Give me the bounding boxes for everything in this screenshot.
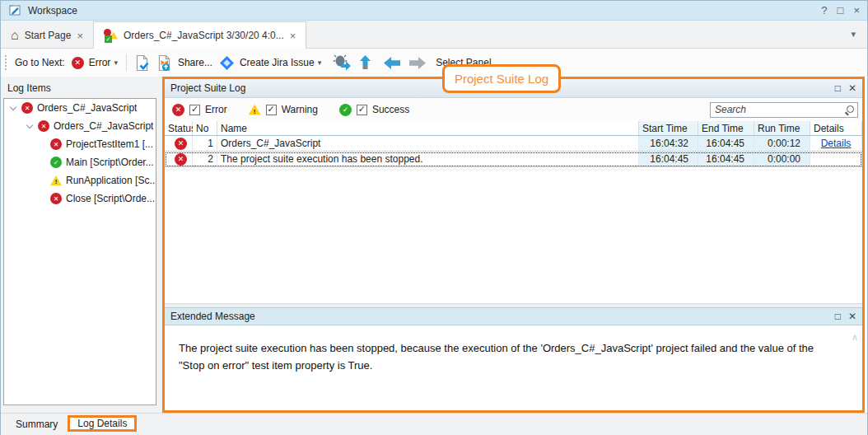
next-result-button[interactable] — [408, 56, 427, 70]
tab-log-details[interactable]: Log Details — [70, 415, 134, 432]
column-header-end-time[interactable]: End Time — [698, 121, 754, 135]
success-checkbox[interactable] — [357, 105, 367, 115]
filter-error: Error — [172, 104, 227, 116]
workspace-window: Workspace ? □ × ⌂ Start Page × ✓ Orders_… — [0, 0, 868, 435]
create-jira-issue-button[interactable]: Create Jira Issue — [240, 57, 315, 68]
details-link[interactable]: Details — [821, 138, 852, 149]
tab-overflow-icon[interactable]: ▾ — [851, 29, 856, 40]
log-items-tree: Orders_C#_JavaScript Orders_C#_JavaScrip… — [3, 98, 156, 405]
up-one-level-button[interactable] — [359, 54, 376, 71]
export-log-button[interactable] — [156, 54, 173, 72]
window-title: Workspace — [28, 5, 77, 16]
close-button[interactable]: × — [853, 5, 860, 16]
tree-node-close[interactable]: Close [Script\Orde... — [4, 189, 156, 208]
extended-message-text: The project suite execution has been sto… — [179, 339, 816, 374]
filter-bar: Error Warning Success — [165, 98, 862, 121]
log-toolbar: Go to Next: Error ▾ Share... Create Jira… — [1, 49, 867, 77]
go-to-next-label: Go to Next: — [15, 57, 65, 68]
toolbar-separator — [126, 54, 127, 71]
app-icon — [8, 3, 22, 17]
error-icon — [175, 153, 187, 166]
table-row-selected[interactable]: 2 The project suite execution has been s… — [165, 152, 862, 167]
expand-chevron-icon[interactable] — [26, 121, 33, 128]
filter-warning: Warning — [249, 104, 318, 115]
scroll-up-icon[interactable]: ∧ — [852, 332, 858, 343]
callout-label: Project Suite Log — [455, 72, 548, 86]
go-to-next-error-button[interactable]: Error — [89, 57, 111, 68]
close-panel-icon[interactable]: ✕ — [848, 83, 856, 93]
filter-success: Success — [339, 104, 409, 116]
share-button[interactable]: Share... — [178, 57, 212, 68]
success-icon — [339, 104, 352, 116]
log-status-icon: ✓ — [104, 29, 118, 43]
expand-chevron-icon[interactable] — [10, 103, 16, 110]
search-box — [710, 102, 858, 118]
error-icon — [21, 102, 33, 114]
callout-log-details: Log Details — [68, 415, 137, 432]
tab-start-page[interactable]: ⌂ Start Page × — [1, 23, 93, 48]
search-input[interactable] — [710, 102, 858, 118]
error-icon — [172, 104, 184, 116]
tab-log-orders[interactable]: ✓ Orders_C#_JavaScript 3/30/20 4:0... × — [93, 21, 306, 49]
table-row[interactable]: 1 Orders_C#_JavaScript 16:04:32 16:04:45… — [165, 136, 862, 152]
warning-icon — [50, 175, 62, 185]
error-icon — [50, 138, 62, 150]
search-icon[interactable] — [845, 105, 854, 115]
jump-to-test-button[interactable] — [333, 54, 352, 72]
maximize-button[interactable]: □ — [838, 5, 844, 16]
tree-node-runapplication[interactable]: RunApplication [Sc... — [4, 171, 156, 189]
tab-label: Orders_C#_JavaScript 3/30/20 4:0... — [124, 30, 284, 41]
extended-message-header: Extended Message □ ✕ — [165, 307, 862, 325]
chevron-down-icon[interactable]: ▾ — [114, 58, 118, 67]
document-tab-bar: ⌂ Start Page × ✓ Orders_C#_JavaScript 3/… — [1, 21, 867, 49]
close-tab-icon[interactable]: × — [290, 30, 296, 42]
success-icon — [50, 157, 62, 168]
panel-title: Project Suite Log — [170, 82, 245, 94]
log-table: Status No Name Start Time End Time Run T… — [165, 121, 862, 167]
bottom-tab-bar: Summary Log Details — [1, 413, 867, 435]
close-panel-icon[interactable]: ✕ — [848, 311, 856, 321]
close-tab-icon[interactable]: × — [77, 30, 83, 42]
tree-node-main[interactable]: Main [Script\Order... — [4, 153, 156, 171]
error-icon — [175, 138, 187, 150]
tab-summary[interactable]: Summary — [7, 415, 66, 433]
warning-icon — [249, 105, 261, 115]
callout-project-suite-log: Project Suite Log — [442, 64, 561, 93]
chevron-down-icon[interactable]: ▾ — [318, 58, 322, 67]
jira-icon — [219, 55, 235, 71]
tree-node-suite[interactable]: Orders_C#_JavaScript — [4, 99, 156, 117]
previous-result-button[interactable] — [383, 56, 401, 70]
tree-node-projecttestitem1[interactable]: ProjectTestItem1 [... — [4, 135, 156, 153]
project-suite-log-panel: Project Suite Log □ ✕ Error Warning Succ… — [162, 77, 865, 413]
validate-log-button[interactable] — [133, 54, 151, 72]
log-table-header: Status No Name Start Time End Time Run T… — [165, 121, 862, 136]
tab-label: Start Page — [25, 30, 72, 41]
column-header-status[interactable]: Status — [165, 121, 193, 135]
title-bar: Workspace ? □ × — [1, 1, 867, 21]
log-items-panel: Log Items Orders_C#_JavaScript Orders_C#… — [1, 77, 162, 413]
error-icon — [50, 193, 62, 204]
column-header-no[interactable]: No — [193, 121, 217, 135]
home-icon: ⌂ — [11, 29, 19, 42]
maximize-panel-icon[interactable]: □ — [835, 83, 841, 93]
column-header-start-time[interactable]: Start Time — [639, 121, 698, 135]
help-button[interactable]: ? — [821, 5, 827, 16]
maximize-panel-icon[interactable]: □ — [835, 311, 841, 321]
error-checkbox[interactable] — [189, 105, 200, 115]
panel-title: Extended Message — [170, 311, 255, 322]
log-items-title: Log Items — [1, 77, 162, 99]
column-header-name[interactable]: Name — [217, 121, 639, 135]
toolbar-grip[interactable] — [5, 55, 7, 70]
column-header-details[interactable]: Details — [810, 121, 862, 135]
column-header-run-time[interactable]: Run Time — [754, 121, 810, 135]
warning-checkbox[interactable] — [266, 105, 277, 115]
log-table-empty-area — [165, 167, 862, 303]
tree-node-project[interactable]: Orders_C#_JavaScript — [4, 117, 156, 135]
error-icon — [38, 120, 49, 132]
extended-message-body: The project suite execution has been sto… — [165, 325, 862, 410]
error-icon — [72, 57, 84, 69]
